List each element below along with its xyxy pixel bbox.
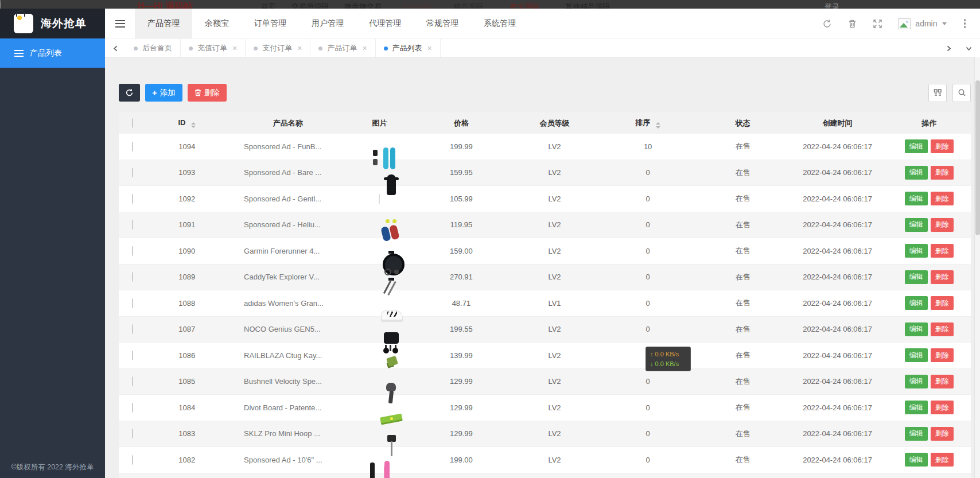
table-row: 1082 Sponsored Ad - 10'6" ... 199.00 LV2…	[119, 447, 971, 473]
nav-item-agents[interactable]: 代理管理	[356, 9, 414, 38]
cell-price: 199.00	[411, 456, 511, 464]
row-checkbox[interactable]	[132, 272, 133, 282]
tab-recharge-orders[interactable]: 充值订单 ×	[181, 39, 246, 57]
tab-payment-orders[interactable]: 支付订单 ×	[246, 39, 310, 57]
nav-item-yuebao[interactable]: 余额宝	[192, 9, 242, 38]
user-menu[interactable]: admin	[898, 18, 946, 29]
bg-nav-item[interactable]: 微盘微交易	[344, 2, 382, 9]
edit-button[interactable]: 编辑	[905, 375, 928, 388]
scrollbar-thumb[interactable]	[975, 80, 980, 235]
edit-button[interactable]: 编辑	[905, 139, 928, 153]
edit-button[interactable]: 编辑	[905, 244, 928, 258]
row-checkbox[interactable]	[132, 168, 133, 177]
bg-nav-item[interactable]: 其他精品源码	[565, 2, 610, 9]
table-row: 1089 CaddyTek Explorer V... 270.91 LV2 0…	[119, 265, 971, 291]
delete-button[interactable]: 删除	[931, 218, 954, 232]
row-checkbox[interactable]	[132, 403, 133, 413]
download-speed: ↓ 0.0 KB/s	[650, 359, 686, 369]
delete-button[interactable]: 删除	[931, 453, 954, 467]
bg-login-link[interactable]: 登录	[825, 2, 839, 9]
add-button[interactable]: + 添加	[145, 84, 182, 102]
columns-toggle-button[interactable]	[928, 84, 947, 102]
app-logo[interactable]: 海外抢单	[0, 9, 105, 38]
bg-nav-item[interactable]: 合约源码	[402, 2, 431, 9]
bg-nav-item[interactable]: 精品源码	[453, 2, 483, 9]
network-speed-tooltip: ↑ 0.0 KB/s ↓ 0.0 KB/s	[645, 347, 691, 371]
row-checkbox[interactable]	[132, 455, 133, 465]
row-checkbox[interactable]	[132, 194, 133, 204]
sidebar-item-product-list[interactable]: 产品列表	[0, 38, 105, 68]
column-header-sort[interactable]: 排序	[598, 118, 698, 129]
edit-button[interactable]: 编辑	[905, 270, 928, 284]
select-all-checkbox[interactable]	[132, 118, 133, 128]
cell-product-name: Garmin Forerunner 4...	[228, 247, 348, 255]
close-icon[interactable]: ×	[362, 44, 367, 52]
close-icon[interactable]: ×	[297, 44, 302, 52]
delete-button[interactable]: 删除	[931, 166, 954, 180]
vertical-scrollbar[interactable]	[974, 57, 980, 478]
edit-button[interactable]: 编辑	[905, 453, 928, 467]
bg-nav-item[interactable]: 首页	[261, 2, 276, 9]
edit-button[interactable]: 编辑	[905, 218, 928, 232]
column-header-id[interactable]: ID	[146, 118, 228, 129]
bg-nav-item[interactable]: 交易所源码	[291, 2, 329, 9]
edit-button[interactable]: 编辑	[905, 322, 928, 336]
edit-button[interactable]: 编辑	[905, 166, 928, 180]
bg-search-icon[interactable]	[0, 0, 1, 9]
row-checkbox[interactable]	[132, 351, 133, 360]
product-image[interactable]	[379, 194, 380, 204]
edit-button[interactable]: 编辑	[905, 401, 928, 414]
edit-button[interactable]: 编辑	[905, 427, 928, 441]
bulk-delete-button[interactable]: 删除	[188, 84, 227, 102]
cell-product-name: Bushnell Velocity Spe...	[228, 377, 348, 386]
row-checkbox[interactable]	[132, 429, 133, 438]
delete-button[interactable]: 删除	[931, 244, 954, 258]
close-icon[interactable]: ×	[232, 44, 237, 52]
delete-button[interactable]: 删除	[931, 322, 954, 336]
delete-button[interactable]: 删除	[931, 348, 954, 362]
column-header-status: 状态	[698, 118, 788, 129]
refresh-icon[interactable]	[822, 19, 832, 29]
nav-item-general[interactable]: 常规管理	[414, 9, 471, 38]
delete-button[interactable]: 删除	[931, 139, 954, 153]
edit-button[interactable]: 编辑	[905, 296, 928, 310]
copyright-text: ©版权所有 2022 海外抢单	[0, 463, 105, 472]
table-row: 1086 RAILBLAZA Ctug Kay... 139.99 LV2 0 …	[119, 343, 971, 369]
nav-item-orders[interactable]: 订单管理	[242, 9, 299, 38]
row-checkbox[interactable]	[132, 246, 133, 256]
tab-product-list[interactable]: 产品列表 ×	[376, 39, 441, 57]
collapse-sidebar-button[interactable]	[105, 9, 135, 38]
row-checkbox[interactable]	[132, 298, 133, 308]
tab-product-orders[interactable]: 产品订单 ×	[310, 39, 375, 57]
sort-icon[interactable]	[656, 122, 660, 129]
tab-dashboard[interactable]: 后台首页	[126, 39, 181, 57]
row-checkbox[interactable]	[132, 142, 133, 151]
more-menu-icon[interactable]	[962, 17, 968, 30]
sort-icon[interactable]	[191, 122, 196, 129]
row-checkbox[interactable]	[132, 376, 133, 386]
cell-member-level: LV2	[512, 273, 598, 281]
edit-button[interactable]: 编辑	[905, 192, 928, 205]
fullscreen-icon[interactable]	[873, 19, 882, 29]
delete-button[interactable]: 删除	[931, 401, 954, 414]
close-icon[interactable]: ×	[427, 44, 432, 52]
delete-button[interactable]: 删除	[931, 192, 954, 205]
tabs-scroll-right-button[interactable]	[938, 39, 959, 57]
row-checkbox[interactable]	[132, 220, 133, 230]
cell-id: 1092	[146, 195, 228, 203]
trash-icon[interactable]	[847, 19, 857, 29]
delete-button[interactable]: 删除	[931, 270, 954, 284]
tabs-scroll-left-button[interactable]	[105, 39, 126, 57]
nav-item-users[interactable]: 用户管理	[299, 9, 356, 38]
delete-button[interactable]: 删除	[931, 375, 954, 388]
refresh-table-button[interactable]	[119, 84, 140, 102]
nav-item-product[interactable]: 产品管理	[135, 9, 192, 38]
row-checkbox[interactable]	[132, 324, 133, 334]
search-toggle-button[interactable]	[952, 84, 971, 102]
delete-button[interactable]: 删除	[931, 296, 954, 310]
edit-button[interactable]: 编辑	[905, 348, 928, 362]
tabs-menu-button[interactable]	[958, 39, 979, 57]
nav-item-system[interactable]: 系统管理	[471, 9, 528, 38]
delete-button[interactable]: 删除	[931, 427, 954, 441]
bg-nav-item[interactable]: 资金理财	[510, 2, 539, 9]
